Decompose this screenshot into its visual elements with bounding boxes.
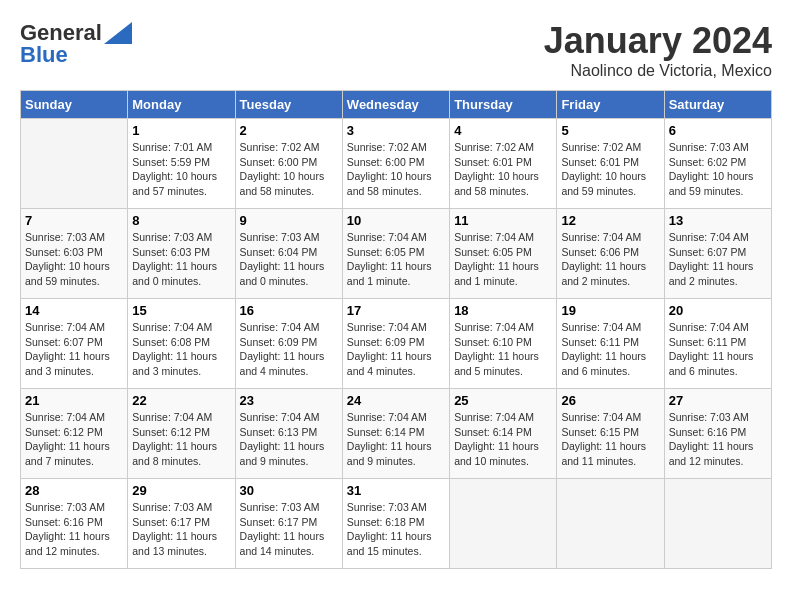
header-day-tuesday: Tuesday [235,91,342,119]
day-info: Sunrise: 7:02 AMSunset: 6:00 PMDaylight:… [347,140,445,199]
calendar-cell: 22Sunrise: 7:04 AMSunset: 6:12 PMDayligh… [128,389,235,479]
day-number: 11 [454,213,552,228]
calendar-cell: 20Sunrise: 7:04 AMSunset: 6:11 PMDayligh… [664,299,771,389]
calendar-cell: 8Sunrise: 7:03 AMSunset: 6:03 PMDaylight… [128,209,235,299]
day-info: Sunrise: 7:04 AMSunset: 6:12 PMDaylight:… [132,410,230,469]
day-number: 29 [132,483,230,498]
calendar-cell: 5Sunrise: 7:02 AMSunset: 6:01 PMDaylight… [557,119,664,209]
day-info: Sunrise: 7:04 AMSunset: 6:06 PMDaylight:… [561,230,659,289]
day-number: 2 [240,123,338,138]
day-number: 8 [132,213,230,228]
calendar-cell: 15Sunrise: 7:04 AMSunset: 6:08 PMDayligh… [128,299,235,389]
day-number: 22 [132,393,230,408]
svg-marker-0 [104,22,132,44]
header-day-sunday: Sunday [21,91,128,119]
day-info: Sunrise: 7:03 AMSunset: 6:02 PMDaylight:… [669,140,767,199]
calendar-cell: 4Sunrise: 7:02 AMSunset: 6:01 PMDaylight… [450,119,557,209]
header-day-friday: Friday [557,91,664,119]
day-number: 15 [132,303,230,318]
day-number: 7 [25,213,123,228]
header-day-monday: Monday [128,91,235,119]
day-info: Sunrise: 7:04 AMSunset: 6:05 PMDaylight:… [347,230,445,289]
day-info: Sunrise: 7:04 AMSunset: 6:09 PMDaylight:… [240,320,338,379]
calendar-header-row: SundayMondayTuesdayWednesdayThursdayFrid… [21,91,772,119]
day-info: Sunrise: 7:03 AMSunset: 6:16 PMDaylight:… [669,410,767,469]
calendar-cell: 7Sunrise: 7:03 AMSunset: 6:03 PMDaylight… [21,209,128,299]
calendar-cell: 10Sunrise: 7:04 AMSunset: 6:05 PMDayligh… [342,209,449,299]
day-number: 25 [454,393,552,408]
calendar-cell: 17Sunrise: 7:04 AMSunset: 6:09 PMDayligh… [342,299,449,389]
calendar-cell: 12Sunrise: 7:04 AMSunset: 6:06 PMDayligh… [557,209,664,299]
day-number: 23 [240,393,338,408]
week-row-2: 7Sunrise: 7:03 AMSunset: 6:03 PMDaylight… [21,209,772,299]
day-number: 10 [347,213,445,228]
day-number: 18 [454,303,552,318]
day-info: Sunrise: 7:01 AMSunset: 5:59 PMDaylight:… [132,140,230,199]
day-info: Sunrise: 7:04 AMSunset: 6:08 PMDaylight:… [132,320,230,379]
calendar-title: January 2024 [544,20,772,62]
calendar-subtitle: Naolinco de Victoria, Mexico [544,62,772,80]
calendar-cell [664,479,771,569]
week-row-3: 14Sunrise: 7:04 AMSunset: 6:07 PMDayligh… [21,299,772,389]
day-info: Sunrise: 7:04 AMSunset: 6:10 PMDaylight:… [454,320,552,379]
day-number: 24 [347,393,445,408]
calendar-table: SundayMondayTuesdayWednesdayThursdayFrid… [20,90,772,569]
week-row-5: 28Sunrise: 7:03 AMSunset: 6:16 PMDayligh… [21,479,772,569]
day-number: 31 [347,483,445,498]
header-day-saturday: Saturday [664,91,771,119]
day-info: Sunrise: 7:03 AMSunset: 6:16 PMDaylight:… [25,500,123,559]
calendar-cell: 23Sunrise: 7:04 AMSunset: 6:13 PMDayligh… [235,389,342,479]
day-number: 17 [347,303,445,318]
calendar-cell: 3Sunrise: 7:02 AMSunset: 6:00 PMDaylight… [342,119,449,209]
calendar-cell: 31Sunrise: 7:03 AMSunset: 6:18 PMDayligh… [342,479,449,569]
week-row-4: 21Sunrise: 7:04 AMSunset: 6:12 PMDayligh… [21,389,772,479]
calendar-cell: 24Sunrise: 7:04 AMSunset: 6:14 PMDayligh… [342,389,449,479]
calendar-cell: 28Sunrise: 7:03 AMSunset: 6:16 PMDayligh… [21,479,128,569]
day-number: 21 [25,393,123,408]
day-info: Sunrise: 7:04 AMSunset: 6:07 PMDaylight:… [669,230,767,289]
day-number: 1 [132,123,230,138]
day-info: Sunrise: 7:04 AMSunset: 6:11 PMDaylight:… [561,320,659,379]
day-number: 6 [669,123,767,138]
day-number: 12 [561,213,659,228]
page-header: General Blue January 2024 Naolinco de Vi… [20,20,772,80]
day-info: Sunrise: 7:03 AMSunset: 6:04 PMDaylight:… [240,230,338,289]
day-info: Sunrise: 7:04 AMSunset: 6:05 PMDaylight:… [454,230,552,289]
calendar-cell: 18Sunrise: 7:04 AMSunset: 6:10 PMDayligh… [450,299,557,389]
header-day-wednesday: Wednesday [342,91,449,119]
day-number: 26 [561,393,659,408]
calendar-cell: 19Sunrise: 7:04 AMSunset: 6:11 PMDayligh… [557,299,664,389]
day-number: 14 [25,303,123,318]
calendar-cell: 6Sunrise: 7:03 AMSunset: 6:02 PMDaylight… [664,119,771,209]
calendar-cell: 13Sunrise: 7:04 AMSunset: 6:07 PMDayligh… [664,209,771,299]
day-info: Sunrise: 7:03 AMSunset: 6:03 PMDaylight:… [25,230,123,289]
day-number: 20 [669,303,767,318]
calendar-cell [450,479,557,569]
day-number: 19 [561,303,659,318]
logo-icon [104,22,132,44]
day-info: Sunrise: 7:04 AMSunset: 6:12 PMDaylight:… [25,410,123,469]
day-number: 9 [240,213,338,228]
day-info: Sunrise: 7:03 AMSunset: 6:17 PMDaylight:… [132,500,230,559]
calendar-cell: 26Sunrise: 7:04 AMSunset: 6:15 PMDayligh… [557,389,664,479]
calendar-cell: 16Sunrise: 7:04 AMSunset: 6:09 PMDayligh… [235,299,342,389]
day-info: Sunrise: 7:04 AMSunset: 6:13 PMDaylight:… [240,410,338,469]
week-row-1: 1Sunrise: 7:01 AMSunset: 5:59 PMDaylight… [21,119,772,209]
calendar-cell: 27Sunrise: 7:03 AMSunset: 6:16 PMDayligh… [664,389,771,479]
day-info: Sunrise: 7:04 AMSunset: 6:14 PMDaylight:… [454,410,552,469]
day-info: Sunrise: 7:02 AMSunset: 6:01 PMDaylight:… [454,140,552,199]
calendar-cell: 1Sunrise: 7:01 AMSunset: 5:59 PMDaylight… [128,119,235,209]
day-info: Sunrise: 7:04 AMSunset: 6:11 PMDaylight:… [669,320,767,379]
calendar-cell: 21Sunrise: 7:04 AMSunset: 6:12 PMDayligh… [21,389,128,479]
day-info: Sunrise: 7:03 AMSunset: 6:17 PMDaylight:… [240,500,338,559]
day-info: Sunrise: 7:04 AMSunset: 6:07 PMDaylight:… [25,320,123,379]
day-number: 4 [454,123,552,138]
day-info: Sunrise: 7:03 AMSunset: 6:18 PMDaylight:… [347,500,445,559]
day-info: Sunrise: 7:04 AMSunset: 6:09 PMDaylight:… [347,320,445,379]
calendar-cell: 14Sunrise: 7:04 AMSunset: 6:07 PMDayligh… [21,299,128,389]
title-block: January 2024 Naolinco de Victoria, Mexic… [544,20,772,80]
day-info: Sunrise: 7:03 AMSunset: 6:03 PMDaylight:… [132,230,230,289]
calendar-cell [557,479,664,569]
logo: General Blue [20,20,132,68]
calendar-cell: 25Sunrise: 7:04 AMSunset: 6:14 PMDayligh… [450,389,557,479]
